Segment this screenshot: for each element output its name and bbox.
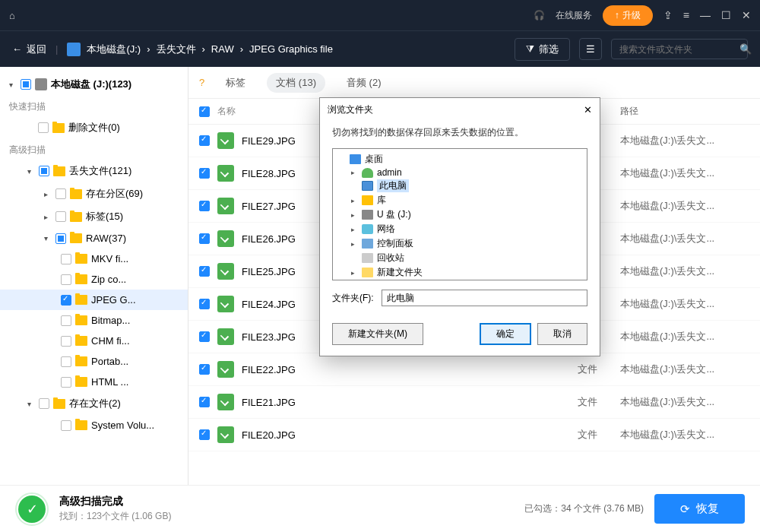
folder-tree-item[interactable]: 此电脑 [334, 179, 585, 193]
cancel-button[interactable]: 取消 [537, 323, 587, 345]
file-row[interactable]: FILE20.JPG 文件 本地磁盘(J:)\丢失文... [188, 419, 760, 451]
folder-icon [362, 210, 373, 220]
tree-raw[interactable]: ▾RAW(37) [0, 228, 188, 249]
tree-exist-files[interactable]: ▾存在文件(2) [0, 392, 188, 415]
tree-sysvol[interactable]: System Volu... [0, 415, 188, 435]
folder-tree-item[interactable]: ▸ 控制面板 [334, 236, 585, 251]
file-row[interactable]: FILE22.JPG 文件 本地磁盘(J:)\丢失文... [188, 353, 760, 386]
tab-docs[interactable]: 文档 (13) [267, 73, 325, 93]
folder-label: 此电脑 [377, 179, 409, 192]
file-checkbox[interactable] [199, 135, 210, 146]
file-checkbox[interactable] [199, 201, 210, 211]
chevron-icon[interactable]: ▸ [351, 269, 358, 277]
folder-tree[interactable]: 桌面 ▸ admin 此电脑 ▸ 库 ▸ U 盘 (J:) ▸ 网络 ▸ 控制面… [332, 148, 587, 280]
checkbox[interactable] [61, 254, 71, 264]
checkbox[interactable] [61, 274, 71, 285]
file-row[interactable]: FILE21.JPG 文件 本地磁盘(J:)\丢失文... [188, 386, 760, 419]
tree-raw-child[interactable]: HTML ... [0, 372, 188, 392]
tab-tags[interactable]: 标签 [217, 73, 255, 93]
folder-field-input[interactable] [382, 290, 587, 306]
folder-tree-item[interactable]: ▸ U 盘 (J:) [334, 207, 585, 222]
tree-raw-child[interactable]: Bitmap... [0, 310, 188, 331]
checkbox[interactable] [61, 295, 71, 306]
folder-icon [362, 224, 373, 234]
checkbox[interactable] [61, 336, 71, 347]
ok-button[interactable]: 确定 [480, 323, 531, 345]
file-checkbox[interactable] [199, 266, 210, 277]
tree-raw-child[interactable]: Portab... [0, 351, 188, 372]
view-list-button[interactable]: ☰ [579, 38, 602, 60]
close-button[interactable]: ✕ [742, 9, 751, 21]
file-checkbox[interactable] [199, 364, 210, 375]
tree-raw-child[interactable]: CHM fi... [0, 331, 188, 351]
home-icon[interactable]: ⌂ [9, 10, 15, 21]
file-checkbox[interactable] [199, 397, 210, 407]
maximize-button[interactable]: ☐ [721, 9, 731, 21]
file-path: 本地磁盘(J:)\丢失文... [620, 232, 749, 245]
search-icon[interactable]: 🔍 [739, 43, 752, 55]
file-type: 文件 [567, 428, 613, 442]
header-adv: 高级扫描 [0, 139, 188, 160]
image-file-icon [217, 165, 234, 182]
minimize-button[interactable]: — [700, 9, 711, 21]
select-all-checkbox[interactable] [199, 106, 210, 117]
tree-root[interactable]: ▾本地磁盘 (J:)(123) [0, 73, 188, 96]
chevron-icon[interactable]: ▸ [351, 240, 358, 248]
tab-audio[interactable]: 音频 (2) [337, 73, 391, 93]
online-service-link[interactable]: 在线服务 [556, 9, 592, 22]
share-icon[interactable]: ⇪ [663, 9, 673, 21]
file-checkbox[interactable] [199, 233, 210, 244]
crumb-disk[interactable]: 本地磁盘(J:) [87, 43, 141, 56]
info-icon[interactable]: ? [199, 77, 204, 88]
status-sub: 找到：123个文件 (1.06 GB) [59, 510, 171, 523]
checkbox[interactable] [61, 315, 71, 326]
tree-partition[interactable]: ▸存在分区(69) [0, 182, 188, 205]
filter-button[interactable]: ⧩筛选 [515, 38, 570, 61]
crumb-type[interactable]: JPEG Graphics file [249, 43, 333, 55]
checkbox[interactable] [61, 377, 71, 388]
new-folder-button[interactable]: 新建文件夹(M) [332, 323, 423, 345]
folder-tree-item[interactable]: 回收站 [334, 251, 585, 265]
chevron-icon[interactable]: ▸ [351, 226, 358, 233]
folder-icon [350, 154, 361, 164]
folder-tree-item[interactable]: ▸ admin [334, 166, 585, 179]
menu-icon[interactable]: ≡ [683, 9, 689, 21]
folder-field-label: 文件夹(F): [332, 292, 374, 305]
tree-deleted[interactable]: 删除文件(0) [0, 116, 188, 139]
header-quick: 快速扫描 [0, 96, 188, 116]
recover-button[interactable]: ⟳恢复 [654, 494, 745, 524]
file-checkbox[interactable] [199, 331, 210, 342]
search-input[interactable] [619, 44, 733, 55]
folder-tree-item[interactable]: ▸ 库 [334, 193, 585, 207]
search-box[interactable]: 🔍 [611, 39, 748, 59]
file-checkbox[interactable] [199, 168, 210, 179]
crumb-raw[interactable]: RAW [211, 43, 234, 55]
tree-tags[interactable]: ▸标签(15) [0, 205, 188, 228]
tree-label: HTML ... [91, 376, 128, 388]
dialog-close-button[interactable]: ✕ [584, 104, 592, 116]
folder-tree-item[interactable]: ▸ 新建文件夹 [334, 265, 585, 280]
file-checkbox[interactable] [199, 429, 210, 440]
folder-tree-item[interactable]: 桌面 [334, 152, 585, 166]
tree-raw-child[interactable]: MKV fi... [0, 249, 188, 269]
folder-tree-item[interactable]: ▸ 网络 [334, 222, 585, 236]
file-path: 本地磁盘(J:)\丢失文... [620, 264, 749, 278]
folder-label: 网络 [377, 223, 395, 236]
chevron-icon[interactable]: ▸ [351, 211, 358, 219]
image-file-icon [217, 361, 234, 378]
file-checkbox[interactable] [199, 299, 210, 309]
chevron-icon[interactable]: ▸ [351, 197, 358, 204]
folder-label: admin [377, 167, 402, 178]
checkbox[interactable] [61, 356, 71, 367]
tree-raw-child[interactable]: Zip co... [0, 269, 188, 290]
folder-icon [362, 181, 373, 191]
file-type: 文件 [567, 395, 613, 409]
upgrade-button[interactable]: ↑ 升级 [603, 5, 653, 26]
tree-lost[interactable]: ▾丢失文件(121) [0, 160, 188, 182]
back-button[interactable]: ← 返回 [12, 43, 46, 56]
crumb-lost[interactable]: 丢失文件 [157, 43, 196, 56]
tree-raw-child[interactable]: JPEG G... [0, 290, 188, 310]
col-path[interactable]: 路径 [620, 105, 749, 118]
chevron-icon[interactable]: ▸ [351, 169, 358, 176]
browse-folder-dialog: 浏览文件夹 ✕ 切勿将找到的数据保存回原来丢失数据的位置。 桌面 ▸ admin… [319, 97, 600, 356]
